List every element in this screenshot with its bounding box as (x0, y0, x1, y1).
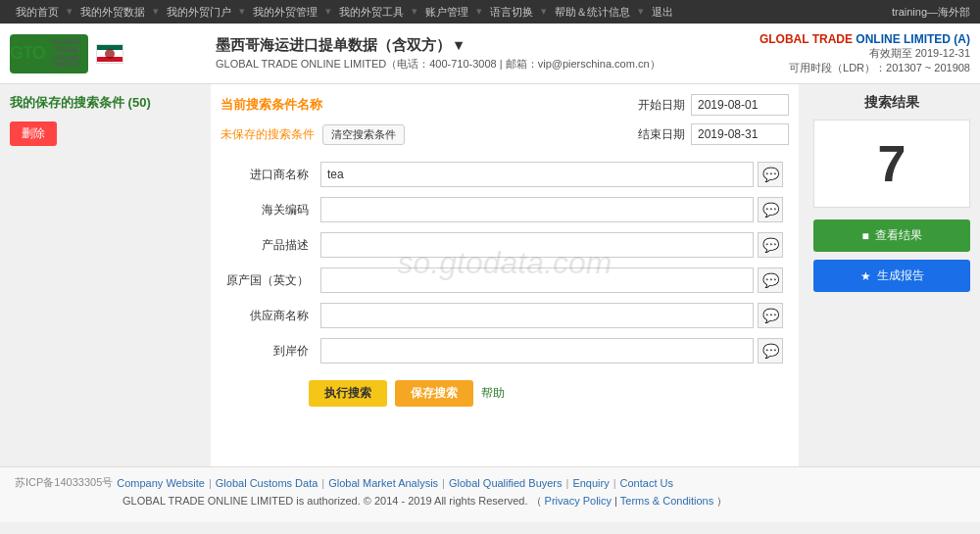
field-row-product-desc: 产品描述 💬 (220, 227, 789, 263)
hscode-input[interactable] (320, 197, 754, 222)
importer-field-cell: 💬 (315, 157, 789, 192)
result-count-box: 7 (813, 120, 970, 208)
gen-report-label: 生成报告 (877, 267, 924, 284)
supplier-label: 供应商名称 (220, 298, 315, 333)
terms-conditions-link[interactable]: Terms & Conditions (620, 495, 713, 507)
cif-search-icon[interactable]: 💬 (758, 338, 783, 364)
left-sidebar: 我的保存的搜索条件 (50) 删除 (0, 84, 206, 466)
origin-label: 原产国（英文） (220, 263, 315, 298)
supplier-input-wrap: 💬 (320, 303, 783, 328)
generate-report-button[interactable]: ★ 生成报告 (813, 260, 970, 292)
action-row: 执行搜索 保存搜索 帮助 (220, 380, 789, 407)
search-form: so.gtodata.com 进口商名称 💬 海关编码 (220, 157, 789, 368)
results-panel: 搜索结果 7 ■ 查看结果 ★ 生成报告 (804, 84, 980, 466)
icp-number: 苏ICP备14033305号 (15, 475, 113, 490)
view-icon: ■ (861, 229, 868, 243)
report-icon: ★ (860, 269, 871, 283)
hscode-input-wrap: 💬 (320, 197, 783, 222)
start-date-label: 开始日期 (638, 97, 685, 114)
nav-trade-portal[interactable]: 我的外贸门户 (161, 5, 237, 20)
product-search-icon[interactable]: 💬 (758, 232, 783, 258)
sidebar-title: 我的保存的搜索条件 (50) (10, 94, 196, 112)
unsaved-row: 未保存的搜索条件 清空搜索条件 结束日期 (220, 123, 789, 145)
nav-account-mgmt[interactable]: 账户管理 (419, 5, 474, 20)
hscode-search-icon[interactable]: 💬 (758, 197, 783, 222)
product-input-wrap: 💬 (320, 232, 783, 258)
cif-input[interactable] (320, 338, 754, 364)
view-results-label: 查看结果 (875, 227, 922, 244)
enquiry-link[interactable]: Enquiry (572, 477, 609, 489)
end-date-label: 结束日期 (638, 126, 685, 143)
importer-search-icon[interactable]: 💬 (758, 162, 783, 187)
fields-table: 进口商名称 💬 海关编码 💬 (220, 157, 789, 368)
account-info: GLOBAL TRADE ONLINE LIMITED (A) 有效期至 201… (760, 32, 970, 75)
top-navigation: 我的首页 ▾ 我的外贸数据 ▾ 我的外贸门户 ▾ 我的外贸管理 ▾ 我的外贸工具… (0, 0, 980, 24)
importer-input[interactable] (320, 162, 754, 187)
field-row-importer: 进口商名称 💬 (220, 157, 789, 192)
origin-input-wrap: 💬 (320, 267, 783, 293)
copyright-end: ） (716, 495, 727, 507)
help-link[interactable]: 帮助 (481, 380, 505, 407)
copyright-text: GLOBAL TRADE ONLINE LIMITED is authorize… (122, 495, 542, 507)
start-date-input[interactable] (691, 94, 789, 116)
view-results-button[interactable]: ■ 查看结果 (813, 219, 970, 252)
nav-logout[interactable]: 退出 (646, 5, 679, 20)
product-field-cell: 💬 (315, 227, 789, 263)
save-search-button[interactable]: 保存搜索 (395, 380, 473, 407)
logo-area: GTO GLOBAL TRADEONLINE LIMITED (10, 34, 206, 73)
country-flag-mexico (96, 44, 123, 64)
field-row-origin: 原产国（英文） 💬 (220, 263, 789, 298)
nav-my-home[interactable]: 我的首页 (10, 5, 65, 20)
result-count: 7 (878, 134, 906, 193)
field-row-supplier: 供应商名称 💬 (220, 298, 789, 333)
supplier-input[interactable] (320, 303, 754, 328)
page-footer: 苏ICP备14033305号 Company Website | Global … (0, 466, 980, 522)
delete-button[interactable]: 删除 (10, 121, 57, 146)
nav-lang-switch[interactable]: 语言切换 (484, 5, 539, 20)
account-company: GLOBAL TRADE ONLINE LIMITED (A) (760, 32, 970, 46)
footer-copyright-row: GLOBAL TRADE ONLINE LIMITED is authorize… (15, 494, 965, 509)
condition-header: 当前搜索条件名称 开始日期 (220, 94, 789, 116)
clear-conditions-button[interactable]: 清空搜索条件 (322, 124, 405, 145)
privacy-policy-link[interactable]: Privacy Policy (545, 495, 612, 507)
search-panel: 当前搜索条件名称 开始日期 未保存的搜索条件 清空搜索条件 结束日期 so.gt… (211, 84, 799, 466)
main-content: 我的保存的搜索条件 (50) 删除 当前搜索条件名称 开始日期 未保存的搜索条件… (0, 84, 980, 466)
cif-field-cell: 💬 (315, 333, 789, 368)
supplier-search-icon[interactable]: 💬 (758, 303, 783, 328)
global-buyers-link[interactable]: Global Qualified Buyers (449, 477, 563, 489)
global-customs-link[interactable]: Global Customs Data (216, 477, 318, 489)
condition-name-label: 当前搜索条件名称 (220, 96, 322, 114)
results-title: 搜索结果 (813, 94, 970, 112)
nav-trade-mgmt[interactable]: 我的外贸管理 (247, 5, 323, 20)
supplier-field-cell: 💬 (315, 298, 789, 333)
validity-date: 有效期至 2019-12-31 (760, 46, 970, 61)
end-date-input[interactable] (691, 123, 789, 145)
date-range: 开始日期 (638, 94, 789, 116)
field-row-hs-code: 海关编码 💬 (220, 192, 789, 227)
nav-trade-data[interactable]: 我的外贸数据 (74, 5, 151, 20)
hscode-label: 海关编码 (220, 192, 315, 227)
unsaved-label: 未保存的搜索条件 (220, 126, 315, 143)
importer-input-wrap: 💬 (320, 162, 783, 187)
cif-input-wrap: 💬 (320, 338, 783, 364)
product-label: 产品描述 (220, 227, 315, 263)
company-website-link[interactable]: Company Website (117, 477, 205, 489)
global-market-link[interactable]: Global Market Analysis (328, 477, 438, 489)
user-info: training—海外部 (892, 5, 970, 20)
product-input[interactable] (320, 232, 754, 258)
execute-search-button[interactable]: 执行搜索 (309, 380, 387, 407)
origin-input[interactable] (320, 267, 754, 293)
origin-field-cell: 💬 (315, 263, 789, 298)
ldr-period: 可用时段（LDR）：201307 ~ 201908 (760, 61, 970, 75)
cif-label: 到岸价 (220, 333, 315, 368)
footer-links-row: 苏ICP备14033305号 Company Website | Global … (15, 475, 965, 490)
page-title: 墨西哥海运进口提单数据（含双方） ▾ (216, 36, 760, 55)
page-title-area: 墨西哥海运进口提单数据（含双方） ▾ GLOBAL TRADE ONLINE L… (206, 36, 760, 72)
nav-left: 我的首页 ▾ 我的外贸数据 ▾ 我的外贸门户 ▾ 我的外贸管理 ▾ 我的外贸工具… (10, 5, 679, 20)
nav-help-stats[interactable]: 帮助＆统计信息 (549, 5, 636, 20)
importer-label: 进口商名称 (220, 157, 315, 192)
nav-trade-tools[interactable]: 我的外贸工具 (333, 5, 410, 20)
origin-search-icon[interactable]: 💬 (758, 267, 783, 293)
contact-us-link[interactable]: Contact Us (620, 477, 673, 489)
end-date-row: 结束日期 (638, 123, 789, 145)
